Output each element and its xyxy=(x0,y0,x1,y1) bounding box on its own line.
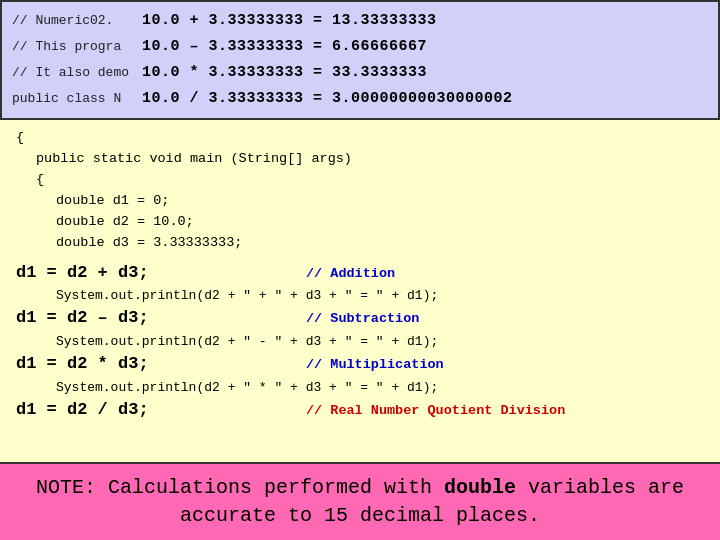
main-method: public static void main (String[] args) xyxy=(16,149,704,170)
comment-line-1: // Numeric02. xyxy=(12,8,142,34)
main-container: // Numeric02. // This progra // It also … xyxy=(0,0,720,540)
comment-line-3: // It also demo xyxy=(12,60,142,86)
decl2: double d2 = 10.0; xyxy=(16,212,704,233)
comment-line-2: // This progra xyxy=(12,34,142,60)
multiplication-comment: // Multiplication xyxy=(296,355,444,376)
result-line-1: 10.0 + 3.33333333 = 13.33333333 xyxy=(142,8,708,34)
note-prefix: NOTE: Calculations performed with xyxy=(36,476,444,499)
division-code-row: d1 = d2 / d3; // Real Number Quotient Di… xyxy=(16,397,704,423)
subtraction-code: d1 = d2 – d3; xyxy=(16,305,296,331)
multiplication-println: System.out.println(d2 + " * " + d3 + " =… xyxy=(16,378,704,398)
inner-brace: { xyxy=(16,170,704,191)
subtraction-code-row: d1 = d2 – d3; // Subtraction xyxy=(16,305,704,331)
open-brace: { xyxy=(16,128,704,149)
note-bold-word: double xyxy=(444,476,516,499)
decl1: double d1 = 0; xyxy=(16,191,704,212)
multiplication-code: d1 = d2 * d3; xyxy=(16,351,296,377)
multiplication-code-row: d1 = d2 * d3; // Multiplication xyxy=(16,351,704,377)
result-line-2: 10.0 – 3.33333333 = 6.66666667 xyxy=(142,34,708,60)
division-comment: // Real Number Quotient Division xyxy=(296,401,565,422)
class-line: public class N xyxy=(12,86,142,112)
output-comments: // Numeric02. // This progra // It also … xyxy=(12,8,142,112)
addition-comment: // Addition xyxy=(296,264,395,285)
code-panel: { public static void main (String[] args… xyxy=(0,120,720,462)
output-panel: // Numeric02. // This progra // It also … xyxy=(0,0,720,120)
addition-println: System.out.println(d2 + " + " + d3 + " =… xyxy=(16,286,704,306)
addition-code-row: d1 = d2 + d3; // Addition xyxy=(16,260,704,286)
result-line-3: 10.0 * 3.33333333 = 33.3333333 xyxy=(142,60,708,86)
note-panel: NOTE: Calculations performed with double… xyxy=(0,462,720,540)
note-text: NOTE: Calculations performed with double… xyxy=(16,474,704,530)
addition-code: d1 = d2 + d3; xyxy=(16,260,296,286)
result-line-4: 10.0 / 3.33333333 = 3.00000000030000002 xyxy=(142,86,708,112)
division-code: d1 = d2 / d3; xyxy=(16,397,296,423)
output-results: 10.0 + 3.33333333 = 13.33333333 10.0 – 3… xyxy=(142,8,708,112)
decl3: double d3 = 3.33333333; xyxy=(16,233,704,254)
subtraction-println: System.out.println(d2 + " - " + d3 + " =… xyxy=(16,332,704,352)
subtraction-comment: // Subtraction xyxy=(296,309,419,330)
